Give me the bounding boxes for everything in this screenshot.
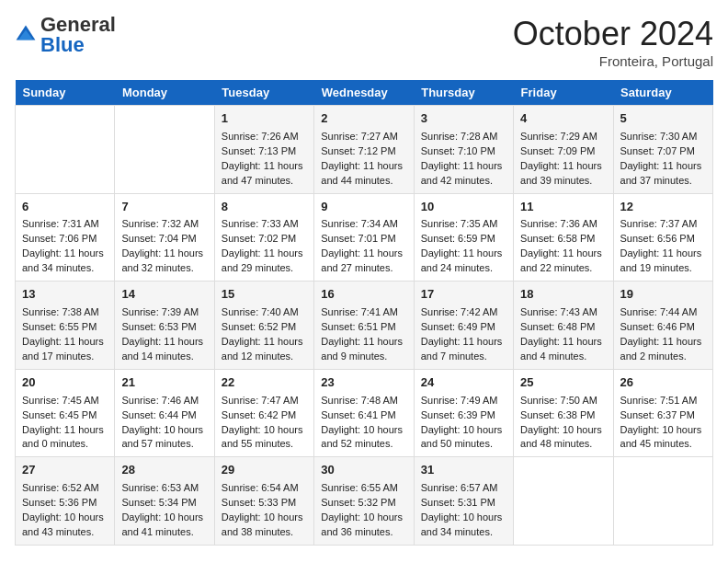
- day-number: 31: [421, 462, 506, 479]
- day-info-line: Sunrise: 6:55 AM: [321, 481, 406, 496]
- calendar-cell: 6Sunrise: 7:31 AMSunset: 7:06 PMDaylight…: [16, 193, 115, 282]
- day-info-line: Sunset: 6:49 PM: [421, 320, 506, 335]
- day-info-line: Sunrise: 7:48 AM: [321, 394, 406, 408]
- day-number: 1: [222, 110, 307, 128]
- day-info-line: Sunrise: 7:30 AM: [620, 130, 706, 144]
- day-info-line: Daylight: 10 hours and 34 minutes.: [421, 511, 506, 540]
- calendar-cell: 10Sunrise: 7:35 AMSunset: 6:59 PMDayligh…: [414, 193, 513, 282]
- day-info-line: Daylight: 11 hours and 29 minutes.: [222, 247, 307, 276]
- day-info-line: Sunset: 6:39 PM: [421, 408, 506, 423]
- calendar-cell: 16Sunrise: 7:41 AMSunset: 6:51 PMDayligh…: [314, 282, 414, 370]
- day-number: 6: [22, 199, 108, 216]
- day-info-line: Sunset: 7:02 PM: [222, 232, 307, 247]
- day-number: 28: [121, 462, 207, 479]
- day-info-line: Sunset: 6:53 PM: [121, 320, 207, 335]
- calendar-cell: [16, 106, 115, 194]
- week-row-3: 13Sunrise: 7:38 AMSunset: 6:55 PMDayligh…: [16, 282, 713, 370]
- day-number: 27: [22, 462, 108, 479]
- day-info-line: Sunset: 5:36 PM: [22, 496, 108, 511]
- day-info-line: Sunrise: 7:40 AM: [222, 305, 307, 320]
- day-info-line: Sunset: 6:48 PM: [520, 320, 606, 335]
- day-info-line: Daylight: 10 hours and 57 minutes.: [121, 423, 207, 453]
- day-info-line: Sunrise: 7:29 AM: [520, 130, 606, 144]
- title-area: October 2024 Fronteira, Portugal: [513, 15, 713, 69]
- day-info-line: Sunset: 7:01 PM: [321, 232, 406, 247]
- day-info-line: Sunset: 6:37 PM: [620, 408, 706, 423]
- day-info-line: Sunrise: 7:51 AM: [620, 394, 706, 408]
- day-number: 11: [520, 199, 606, 216]
- day-info-line: Sunrise: 6:52 AM: [22, 481, 108, 496]
- calendar-cell: 29Sunrise: 6:54 AMSunset: 5:33 PMDayligh…: [214, 457, 313, 546]
- day-info-line: Daylight: 11 hours and 17 minutes.: [22, 335, 108, 364]
- day-info-line: Daylight: 11 hours and 19 minutes.: [620, 247, 706, 276]
- calendar-cell: 2Sunrise: 7:27 AMSunset: 7:12 PMDaylight…: [314, 106, 414, 194]
- calendar-table: SundayMondayTuesdayWednesdayThursdayFrid…: [15, 80, 713, 546]
- day-info-line: Daylight: 11 hours and 47 minutes.: [222, 159, 307, 189]
- day-info-line: Daylight: 11 hours and 2 minutes.: [620, 335, 706, 364]
- day-info-line: Daylight: 10 hours and 36 minutes.: [321, 511, 406, 540]
- day-info-line: Sunset: 5:31 PM: [421, 496, 506, 511]
- day-info-line: Daylight: 10 hours and 50 minutes.: [421, 423, 506, 453]
- day-info-line: Sunset: 7:12 PM: [321, 144, 406, 159]
- day-header-saturday: Saturday: [613, 80, 712, 106]
- day-info-line: Sunset: 6:44 PM: [121, 408, 207, 423]
- calendar-cell: 8Sunrise: 7:33 AMSunset: 7:02 PMDaylight…: [214, 193, 313, 282]
- calendar-cell: 1Sunrise: 7:26 AMSunset: 7:13 PMDaylight…: [214, 106, 313, 194]
- calendar-cell: 4Sunrise: 7:29 AMSunset: 7:09 PMDaylight…: [514, 106, 613, 194]
- day-number: 22: [222, 374, 307, 392]
- day-header-thursday: Thursday: [414, 80, 513, 106]
- day-info-line: Daylight: 11 hours and 7 minutes.: [421, 335, 506, 364]
- calendar-cell: [115, 106, 214, 194]
- day-number: 17: [421, 286, 506, 304]
- day-number: 15: [222, 286, 307, 304]
- day-info-line: Daylight: 11 hours and 32 minutes.: [121, 247, 207, 276]
- day-number: 13: [22, 286, 108, 304]
- day-number: 8: [222, 199, 307, 216]
- day-info-line: Sunset: 6:59 PM: [421, 232, 506, 247]
- day-info-line: Sunset: 6:56 PM: [620, 232, 706, 247]
- day-number: 25: [520, 374, 606, 392]
- day-info-line: Sunset: 6:42 PM: [222, 408, 307, 423]
- day-info-line: Sunrise: 7:39 AM: [121, 305, 207, 320]
- day-info-line: Sunset: 7:13 PM: [222, 144, 307, 159]
- day-number: 12: [620, 199, 706, 216]
- logo-text: General Blue: [40, 15, 116, 55]
- day-number: 18: [520, 286, 606, 304]
- day-info-line: Sunset: 7:10 PM: [421, 144, 506, 159]
- calendar-cell: 13Sunrise: 7:38 AMSunset: 6:55 PMDayligh…: [16, 282, 115, 370]
- day-info-line: Daylight: 11 hours and 34 minutes.: [22, 247, 108, 276]
- calendar-cell: 20Sunrise: 7:45 AMSunset: 6:45 PMDayligh…: [16, 369, 115, 457]
- calendar-cell: 30Sunrise: 6:55 AMSunset: 5:32 PMDayligh…: [314, 457, 414, 546]
- day-info-line: Sunrise: 7:50 AM: [520, 394, 606, 408]
- day-info-line: Daylight: 10 hours and 55 minutes.: [222, 423, 307, 453]
- day-header-monday: Monday: [115, 80, 214, 106]
- day-info-line: Sunrise: 7:46 AM: [121, 394, 207, 408]
- day-number: 10: [421, 199, 506, 216]
- day-info-line: Sunrise: 6:53 AM: [121, 481, 207, 496]
- day-header-sunday: Sunday: [16, 80, 115, 106]
- location: Fronteira, Portugal: [513, 53, 713, 69]
- calendar-cell: 11Sunrise: 7:36 AMSunset: 6:58 PMDayligh…: [514, 193, 613, 282]
- calendar-cell: 5Sunrise: 7:30 AMSunset: 7:07 PMDaylight…: [613, 106, 712, 194]
- day-info-line: Sunrise: 7:41 AM: [321, 305, 406, 320]
- day-info-line: Sunset: 7:09 PM: [520, 144, 606, 159]
- week-row-1: 1Sunrise: 7:26 AMSunset: 7:13 PMDaylight…: [16, 106, 713, 194]
- day-info-line: Daylight: 11 hours and 37 minutes.: [620, 159, 706, 189]
- calendar-cell: [613, 457, 712, 546]
- day-info-line: Daylight: 11 hours and 42 minutes.: [421, 159, 506, 189]
- calendar-cell: 14Sunrise: 7:39 AMSunset: 6:53 PMDayligh…: [115, 282, 214, 370]
- calendar-cell: 31Sunrise: 6:57 AMSunset: 5:31 PMDayligh…: [414, 457, 513, 546]
- day-number: 21: [121, 374, 207, 392]
- day-info-line: Sunset: 5:33 PM: [222, 496, 307, 511]
- day-info-line: Sunrise: 7:36 AM: [520, 217, 606, 232]
- calendar-cell: 27Sunrise: 6:52 AMSunset: 5:36 PMDayligh…: [16, 457, 115, 546]
- day-info-line: Sunset: 5:32 PM: [321, 496, 406, 511]
- day-info-line: Daylight: 11 hours and 27 minutes.: [321, 247, 406, 276]
- day-info-line: Sunrise: 7:45 AM: [22, 394, 108, 408]
- day-info-line: Sunset: 6:45 PM: [22, 408, 108, 423]
- month-title: October 2024: [513, 15, 713, 53]
- calendar-cell: 7Sunrise: 7:32 AMSunset: 7:04 PMDaylight…: [115, 193, 214, 282]
- day-number: 29: [222, 462, 307, 479]
- day-info-line: Sunset: 7:07 PM: [620, 144, 706, 159]
- day-info-line: Sunrise: 6:57 AM: [421, 481, 506, 496]
